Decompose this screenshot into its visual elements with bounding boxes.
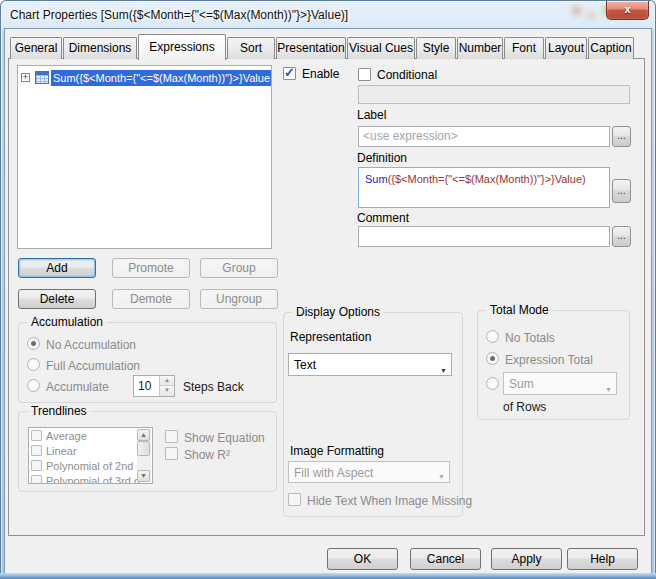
trendline-item-label: Average <box>46 430 87 442</box>
trendline-item-label: Polynomial of 3rd d <box>46 475 140 484</box>
steps-back-stepper: 10 ▲ ▼ <box>133 375 175 397</box>
tab-visual-cues[interactable]: Visual Cues <box>347 37 415 59</box>
add-button[interactable]: Add <box>18 258 96 278</box>
checkbox-unchecked-icon <box>358 68 371 81</box>
trendline-item: Linear <box>29 444 152 458</box>
glass-reflection <box>587 11 595 19</box>
expression-list[interactable]: + Sum({$<Month={"<=$(Max(Month))"}>}Valu… <box>17 65 272 249</box>
hide-text-checkbox <box>288 493 301 506</box>
full-accumulation-label: Full Accumulation <box>46 359 140 373</box>
promote-button: Promote <box>112 258 190 278</box>
close-icon: x <box>607 1 648 18</box>
trendline-item: Polynomial of 3rd d <box>29 474 152 484</box>
demote-button: Demote <box>112 289 190 309</box>
comment-caption: Comment <box>357 211 409 225</box>
show-equation-checkbox <box>165 430 178 443</box>
glass-reflection <box>572 6 581 15</box>
tab-style[interactable]: Style <box>416 37 456 59</box>
scroll-up-icon: ▲ <box>137 429 150 441</box>
scroll-down-icon: ▼ <box>137 470 150 482</box>
conditional-expression-field <box>358 85 630 104</box>
total-aggregation-dropdown: Sum ▼ <box>503 372 617 395</box>
tab-sort[interactable]: Sort <box>227 37 275 59</box>
of-rows-label: of Rows <box>503 400 546 414</box>
table-icon <box>35 71 49 84</box>
aggregation-of-rows-radio <box>486 377 499 390</box>
no-totals-radio <box>486 330 499 343</box>
checkbox-unchecked-icon <box>31 430 42 441</box>
image-formatting-label: Image Formatting <box>290 444 384 458</box>
tab-font[interactable]: Font <box>504 37 544 59</box>
checkbox-unchecked-icon <box>31 475 42 484</box>
ungroup-button: Ungroup <box>200 289 278 309</box>
stepper-down-icon: ▼ <box>160 386 174 396</box>
hide-text-label: Hide Text When Image Missing <box>307 494 472 508</box>
label-input[interactable]: <use expression> <box>358 126 610 147</box>
total-aggregation-value: Sum <box>509 377 534 391</box>
steps-back-value: 10 <box>138 379 151 393</box>
show-equation-label: Show Equation <box>184 431 265 445</box>
scrollbar-thumb <box>137 441 150 456</box>
no-accumulation-label: No Accumulation <box>46 338 136 352</box>
enable-label: Enable <box>302 67 339 81</box>
window-bottom-border <box>0 573 656 579</box>
tab-general[interactable]: General <box>10 37 62 59</box>
apply-button[interactable]: Apply <box>491 548 562 570</box>
chevron-down-icon: ▼ <box>605 380 612 396</box>
trendlines-title: Trendlines <box>27 404 91 418</box>
representation-dropdown[interactable]: Text ▼ <box>288 353 452 376</box>
tab-presentation[interactable]: Presentation <box>276 37 346 59</box>
expression-item-row[interactable]: + Sum({$<Month={"<=$(Max(Month))"}>}Valu… <box>20 69 271 86</box>
representation-label: Representation <box>290 330 371 344</box>
comment-browse-button[interactable]: ... <box>612 226 631 247</box>
tab-layout[interactable]: Layout <box>545 37 587 59</box>
chevron-down-icon: ▼ <box>438 468 445 483</box>
expression-total-radio <box>486 352 499 365</box>
full-accumulation-radio <box>27 358 40 371</box>
no-accumulation-radio <box>27 337 40 350</box>
chevron-down-icon: ▼ <box>440 361 447 377</box>
chart-properties-dialog: Chart Properties [Sum({$<Month={"<=$(Max… <box>0 0 656 579</box>
definition-function-text: Sum <box>365 173 388 185</box>
conditional-label: Conditional <box>377 68 437 82</box>
ok-button[interactable]: OK <box>327 548 398 570</box>
show-r2-label: Show R² <box>184 448 230 462</box>
trendline-item-label: Linear <box>46 445 77 457</box>
label-browse-button[interactable]: ... <box>612 126 631 147</box>
title-bar[interactable]: Chart Properties [Sum({$<Month={"<=$(Max… <box>2 1 654 29</box>
expression-item-text[interactable]: Sum({$<Month={"<=$(Max(Month))"}>}Value <box>51 70 271 86</box>
expand-plus-icon[interactable]: + <box>21 73 30 82</box>
label-caption: Label <box>357 108 386 122</box>
comment-input[interactable] <box>358 226 610 247</box>
image-formatting-value: Fill with Aspect <box>294 466 373 480</box>
accumulate-label: Accumulate <box>46 380 109 394</box>
window-title: Chart Properties [Sum({$<Month={"<=$(Max… <box>10 8 348 22</box>
definition-input[interactable]: Sum({$<Month={"<=$(Max(Month))"}>}Value) <box>358 167 610 208</box>
representation-value: Text <box>294 358 316 372</box>
accumulation-title: Accumulation <box>27 315 107 329</box>
label-placeholder: <use expression> <box>363 129 458 143</box>
delete-button[interactable]: Delete <box>18 289 96 309</box>
cancel-button[interactable]: Cancel <box>410 548 481 570</box>
stepper-buttons: ▲ ▼ <box>159 376 174 396</box>
tab-dimensions[interactable]: Dimensions <box>63 37 137 59</box>
tab-caption[interactable]: Caption <box>588 37 634 59</box>
image-formatting-dropdown: Fill with Aspect ▼ <box>288 461 450 483</box>
help-button[interactable]: Help <box>567 548 638 570</box>
tab-strip: General Dimensions Expressions Sort Pres… <box>10 36 635 59</box>
tab-expressions[interactable]: Expressions <box>138 34 226 60</box>
total-mode-title: Total Mode <box>486 303 553 317</box>
steps-back-label: Steps Back <box>183 380 244 394</box>
show-r2-checkbox <box>165 447 178 460</box>
expression-total-label: Expression Total <box>505 353 593 367</box>
group-button: Group <box>200 258 278 278</box>
trendlines-scrollbar: ▲ ▼ <box>137 429 151 482</box>
checkbox-unchecked-icon <box>31 445 42 456</box>
trendline-item-label: Polynomial of 2nd d <box>46 460 143 472</box>
display-options-title: Display Options <box>292 305 384 319</box>
close-button[interactable]: x <box>606 1 649 20</box>
definition-browse-button[interactable]: ... <box>612 179 631 203</box>
tab-number[interactable]: Number <box>457 37 503 59</box>
trendlines-listbox: Average Linear Polynomial of 2nd d Polyn… <box>28 427 153 484</box>
accumulate-radio <box>27 379 40 392</box>
